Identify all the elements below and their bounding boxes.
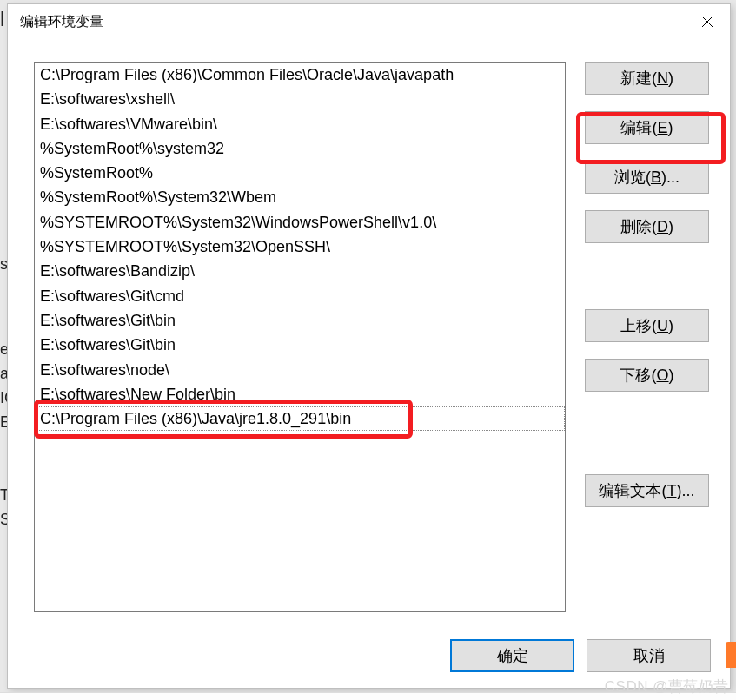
path-list-item[interactable]: E:\softwares\xshell\ xyxy=(35,87,565,111)
new-button[interactable]: 新建(N) xyxy=(585,62,709,95)
path-list-item[interactable]: %SystemRoot% xyxy=(35,161,565,185)
titlebar: 编辑环境变量 xyxy=(8,4,730,39)
path-list-item[interactable]: E:\softwares\Bandizip\ xyxy=(35,259,565,283)
path-listbox[interactable]: C:\Program Files (x86)\Common Files\Orac… xyxy=(34,62,566,612)
cancel-button[interactable]: 取消 xyxy=(587,639,711,672)
path-list-item[interactable]: C:\Program Files (x86)\Java\jre1.8.0_291… xyxy=(35,406,565,431)
edit-env-var-dialog: 编辑环境变量 C:\Program Files (x86)\Common Fil… xyxy=(7,3,731,689)
ok-button[interactable]: 确定 xyxy=(450,639,574,672)
delete-button[interactable]: 删除(D) xyxy=(585,210,709,243)
path-list-item[interactable]: %SystemRoot%\System32\Wbem xyxy=(35,185,565,209)
path-list-item[interactable]: %SYSTEMROOT%\System32\OpenSSH\ xyxy=(35,234,565,259)
path-list-item[interactable]: C:\Program Files (x86)\Common Files\Orac… xyxy=(35,63,565,87)
browse-button[interactable]: 浏览(B)... xyxy=(585,161,709,194)
moveup-button[interactable]: 上移(U) xyxy=(585,309,709,342)
orange-edge-tab xyxy=(726,642,736,668)
path-list-item[interactable]: %SYSTEMROOT%\System32\WindowsPowerShell\… xyxy=(35,210,565,234)
path-list-item[interactable]: %SystemRoot%\system32 xyxy=(35,136,565,161)
path-list-item[interactable]: E:\softwares\Git\cmd xyxy=(35,284,565,308)
button-column: 新建(N) 编辑(E) 浏览(B)... 删除(D) 上移(U) 下移(O) 编… xyxy=(585,62,710,612)
path-list-item[interactable]: E:\softwares\node\ xyxy=(35,358,565,382)
watermark-text: CSDN @曹莓奶昔 xyxy=(605,677,729,697)
movedown-button[interactable]: 下移(O) xyxy=(585,359,709,392)
close-icon xyxy=(701,16,713,28)
edit-button[interactable]: 编辑(E) xyxy=(585,111,709,144)
path-list-item[interactable]: E:\softwares\New Folder\bin xyxy=(35,382,565,406)
path-list-item[interactable]: E:\softwares\Git\bin xyxy=(35,308,565,333)
close-button[interactable] xyxy=(695,10,719,34)
path-list-item[interactable]: E:\softwares\Git\bin xyxy=(35,333,565,357)
edittext-button[interactable]: 编辑文本(T)... xyxy=(585,474,709,507)
path-list-item[interactable]: E:\softwares\VMware\bin\ xyxy=(35,112,565,136)
dialog-title: 编辑环境变量 xyxy=(20,13,103,31)
